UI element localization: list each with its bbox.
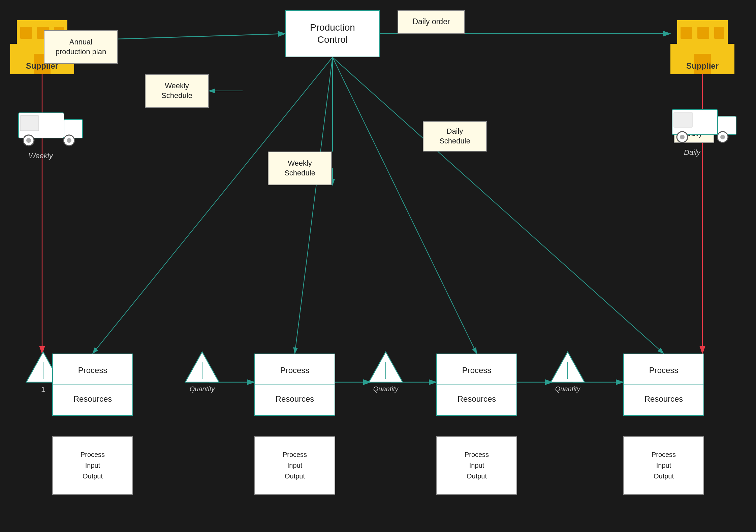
annual-plan-label: Annualproduction plan xyxy=(44,30,118,64)
pio-box-3: Process Input Output xyxy=(436,436,517,495)
svg-point-38 xyxy=(67,138,71,143)
daily-order-label: Daily order xyxy=(398,10,465,34)
svg-rect-23 xyxy=(20,27,32,39)
weekly-schedule-text-1: WeeklySchedule xyxy=(161,81,192,100)
pio-box-4: Process Input Output xyxy=(623,436,704,495)
process1-top: Process xyxy=(53,354,132,385)
production-control-box: ProductionControl xyxy=(285,10,380,57)
supplier-right: Supplier xyxy=(670,20,734,74)
process-box-2: Process Resources xyxy=(254,354,335,416)
svg-line-9 xyxy=(333,57,664,354)
pio2-process: Process xyxy=(255,450,335,460)
inventory-4: Quantity xyxy=(549,350,586,393)
pio1-input: Input xyxy=(53,460,132,471)
pio2-output: Output xyxy=(255,471,335,481)
svg-rect-29 xyxy=(697,27,709,39)
production-control-label: ProductionControl xyxy=(310,22,355,46)
pio2-input: Input xyxy=(255,460,335,471)
weekly-label-truck: Weekly xyxy=(29,152,53,160)
truck-left xyxy=(17,101,84,148)
inventory-2: Quantity xyxy=(184,350,221,393)
weekly-schedule-label-1: WeeklySchedule xyxy=(145,74,209,108)
pio4-input: Input xyxy=(624,460,703,471)
svg-rect-34 xyxy=(20,115,39,131)
qty2-label: Quantity xyxy=(373,385,398,393)
process-box-1: Process Resources xyxy=(52,354,133,416)
process4-bottom: Resources xyxy=(624,385,703,415)
process2-top: Process xyxy=(255,354,335,385)
weekly-schedule-text-2: WeeklySchedule xyxy=(284,159,315,178)
pio-box-1: Process Input Output xyxy=(52,436,133,495)
pio4-process: Process xyxy=(624,450,703,460)
process-box-3: Process Resources xyxy=(436,354,517,416)
process1-bottom: Resources xyxy=(53,385,132,415)
pio1-output: Output xyxy=(53,471,132,481)
qty3-label: Quantity xyxy=(555,385,580,393)
svg-point-36 xyxy=(26,138,31,143)
diagram-container: Supplier Supplier ProductionControl Annu… xyxy=(0,0,756,532)
process3-top: Process xyxy=(437,354,516,385)
svg-rect-28 xyxy=(681,27,692,39)
weekly-schedule-label-2: WeeklySchedule xyxy=(268,152,332,185)
pio1-process: Process xyxy=(53,450,132,460)
qty1-label: Quantity xyxy=(190,385,215,393)
process-box-4: Process Resources xyxy=(623,354,704,416)
daily-label-truck: Daily xyxy=(684,148,700,157)
svg-point-46 xyxy=(720,135,725,139)
pio3-output: Output xyxy=(437,471,516,481)
annual-plan-text: Annualproduction plan xyxy=(56,37,106,57)
daily-order-text: Daily order xyxy=(412,17,450,27)
truck-right xyxy=(670,98,738,145)
pio-box-2: Process Input Output xyxy=(254,436,335,495)
svg-rect-42 xyxy=(674,112,692,127)
pio3-process: Process xyxy=(437,450,516,460)
svg-line-7 xyxy=(295,57,333,354)
supplier-right-label: Supplier xyxy=(670,61,734,71)
inventory-3: Quantity xyxy=(367,350,404,393)
process4-top: Process xyxy=(624,354,703,385)
process3-bottom: Resources xyxy=(437,385,516,415)
daily-schedule-label: DailySchedule xyxy=(423,121,487,152)
daily-schedule-text: DailySchedule xyxy=(439,127,470,146)
svg-rect-30 xyxy=(714,27,724,39)
svg-point-44 xyxy=(680,135,685,139)
inv1-label: 1 xyxy=(41,385,45,394)
pio4-output: Output xyxy=(624,471,703,481)
svg-line-6 xyxy=(93,57,333,354)
process2-bottom: Resources xyxy=(255,385,335,415)
pio3-input: Input xyxy=(437,460,516,471)
svg-line-8 xyxy=(333,57,477,354)
